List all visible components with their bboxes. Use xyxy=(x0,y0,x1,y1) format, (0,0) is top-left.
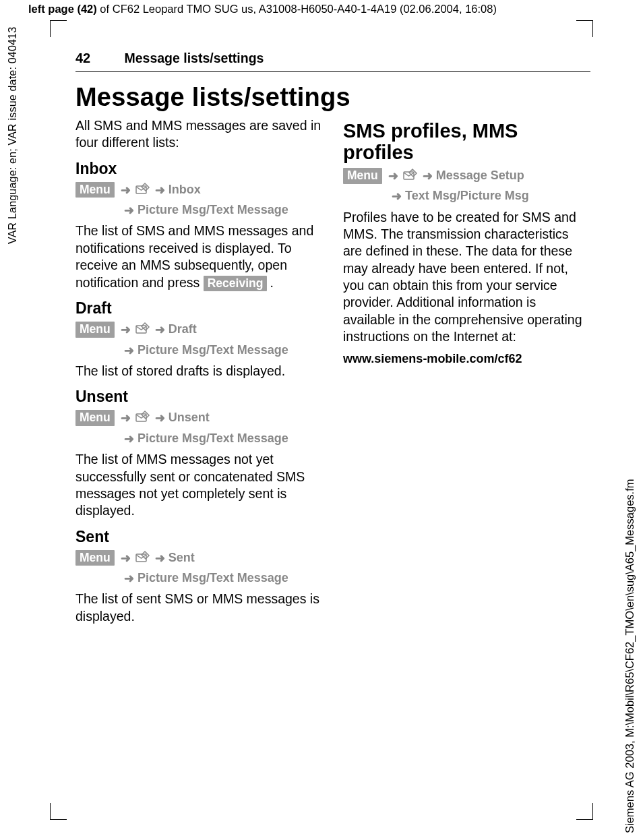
crop-mark-br xyxy=(576,803,593,820)
draft-text: The list of stored drafts is displayed. xyxy=(75,363,323,380)
arrow-right-icon: ➜ xyxy=(121,411,131,426)
top-meta-line: left page (42) of CF62 Leopard TMO SUG u… xyxy=(28,3,615,16)
arrow-right-icon: ➜ xyxy=(155,183,165,198)
profiles-nav-line-1: Menu ➜ ➜ Message Setup xyxy=(343,168,590,184)
crop-mark-bl xyxy=(50,803,67,820)
arrow-right-icon: ➜ xyxy=(392,189,402,204)
running-head: 42 Message lists/settings xyxy=(75,51,590,72)
profiles-nav-sub: Text Msg/Picture Msg xyxy=(405,189,529,202)
left-column: All SMS and MMS messages are saved in fo… xyxy=(75,117,323,632)
page-title: Message lists/settings xyxy=(75,83,590,112)
sent-nav-line-2: ➜ Picture Msg/Text Message xyxy=(75,570,323,587)
profiles-url: www.siemens-mobile.com/cf62 xyxy=(343,352,590,366)
profiles-text: Profiles have to be created for SMS and … xyxy=(343,209,590,346)
draft-heading: Draft xyxy=(75,299,323,318)
arrow-right-icon: ➜ xyxy=(124,431,134,447)
right-vertical-meta: Siemens AG 2003, M:\Mobil\R65\CF62_TMO\e… xyxy=(623,361,636,833)
envelope-pencil-icon xyxy=(135,182,150,196)
inbox-text: The list of SMS and MMS messages and not… xyxy=(75,222,323,291)
right-column: SMS profiles, MMS profiles Menu ➜ ➜ Mess… xyxy=(343,117,590,632)
unsent-text: The list of MMS messages not yet success… xyxy=(75,451,323,519)
sent-nav-line-1: Menu ➜ ➜ Sent xyxy=(75,550,323,566)
arrow-right-icon: ➜ xyxy=(124,343,134,359)
left-vertical-meta: VAR Language: en; VAR issue date: 040413 xyxy=(7,27,19,431)
draft-nav-line-2: ➜ Picture Msg/Text Message xyxy=(75,342,323,359)
envelope-pencil-icon xyxy=(135,550,150,564)
profiles-nav-target: Message Setup xyxy=(436,169,524,182)
crop-mark-tl xyxy=(50,20,67,37)
sent-heading: Sent xyxy=(75,528,323,546)
arrow-right-icon: ➜ xyxy=(155,551,165,566)
arrow-right-icon: ➜ xyxy=(423,169,433,184)
inbox-nav-line-1: Menu ➜ ➜ Inbox xyxy=(75,182,323,198)
receiving-badge: Receiving xyxy=(204,276,268,292)
draft-nav-sub: Picture Msg/Text Message xyxy=(137,343,288,357)
menu-badge: Menu xyxy=(75,182,115,198)
sent-nav-target: Sent xyxy=(169,551,195,564)
unsent-nav-target: Unsent xyxy=(169,411,210,424)
unsent-heading: Unsent xyxy=(75,388,323,406)
running-head-title: Message lists/settings xyxy=(124,51,264,65)
arrow-right-icon: ➜ xyxy=(124,203,134,218)
sent-nav-sub: Picture Msg/Text Message xyxy=(137,571,288,584)
unsent-nav-line-2: ➜ Picture Msg/Text Message xyxy=(75,431,323,447)
envelope-pencil-icon xyxy=(403,168,418,181)
arrow-right-icon: ➜ xyxy=(121,183,131,198)
inbox-nav-line-2: ➜ Picture Msg/Text Message xyxy=(75,202,323,218)
arrow-right-icon: ➜ xyxy=(155,322,165,338)
page-content: 42 Message lists/settings Message lists/… xyxy=(75,51,590,789)
inbox-heading: Inbox xyxy=(75,160,323,178)
arrow-right-icon: ➜ xyxy=(155,411,165,426)
top-meta-bold: left page (42) xyxy=(28,3,97,15)
unsent-nav-sub: Picture Msg/Text Message xyxy=(137,431,288,445)
page-number: 42 xyxy=(75,51,121,66)
inbox-nav-sub: Picture Msg/Text Message xyxy=(137,203,288,216)
envelope-pencil-icon xyxy=(135,322,150,335)
arrow-right-icon: ➜ xyxy=(121,551,131,566)
inbox-nav-target: Inbox xyxy=(169,183,201,196)
arrow-right-icon: ➜ xyxy=(121,322,131,338)
inbox-text-a: The list of SMS and MMS messages and not… xyxy=(75,223,313,289)
inbox-text-b: . xyxy=(270,275,273,290)
menu-badge: Menu xyxy=(75,550,115,566)
draft-nav-line-1: Menu ➜ ➜ Draft xyxy=(75,322,323,338)
profiles-heading: SMS profiles, MMS profiles xyxy=(343,120,590,164)
envelope-pencil-icon xyxy=(135,410,150,423)
draft-nav-target: Draft xyxy=(169,322,197,336)
arrow-right-icon: ➜ xyxy=(388,169,398,184)
menu-badge: Menu xyxy=(75,410,115,426)
profiles-nav-line-2: ➜ Text Msg/Picture Msg xyxy=(343,188,590,204)
menu-badge: Menu xyxy=(343,168,382,184)
crop-mark-tr xyxy=(576,20,593,37)
menu-badge: Menu xyxy=(75,322,115,338)
arrow-right-icon: ➜ xyxy=(124,571,134,587)
unsent-nav-line-1: Menu ➜ ➜ Unsent xyxy=(75,410,323,426)
sent-text: The list of sent SMS or MMS messages is … xyxy=(75,591,323,625)
top-meta-rest: of CF62 Leopard TMO SUG us, A31008-H6050… xyxy=(97,3,497,15)
intro-text: All SMS and MMS messages are saved in fo… xyxy=(75,117,323,152)
